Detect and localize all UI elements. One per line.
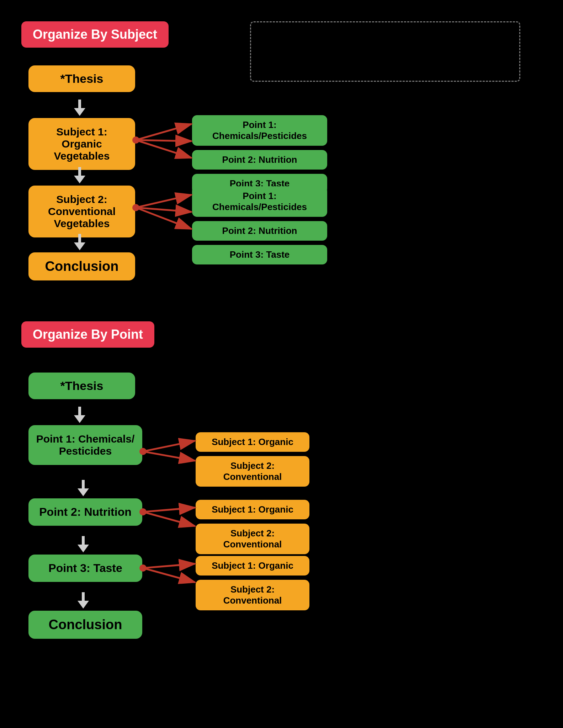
section2-header: Organize By Point — [21, 321, 154, 348]
svg-line-14 — [143, 512, 195, 526]
arrow-down-s2-3 — [78, 534, 89, 555]
group1-points: Point 1: Chemicals/Pesticides Point 2: N… — [192, 115, 327, 193]
svg-line-2 — [136, 140, 191, 141]
arrow-down-3 — [74, 232, 85, 252]
thesis-node-s1: *Thesis — [28, 65, 135, 92]
group2-points: Point 1: Chemicals/Pesticides Point 2: N… — [192, 186, 327, 264]
svg-line-17 — [143, 568, 195, 582]
point2-node: Point 2: Nutrition — [28, 498, 142, 526]
svg-line-5 — [136, 195, 191, 208]
svg-line-6 — [136, 208, 191, 212]
thesis-node-s2: *Thesis — [28, 373, 135, 399]
subject2-node: Subject 2: Conventional Vegetables — [28, 186, 135, 237]
svg-line-10 — [143, 441, 195, 451]
arrow-down-s2-4 — [78, 590, 89, 611]
arrow-down-1 — [74, 97, 85, 118]
arrow-down-s2-1 — [74, 405, 85, 425]
conclusion-node-s1: Conclusion — [28, 252, 135, 280]
group2-subjects: Subject 1: Organic Subject 2: Convention… — [196, 500, 309, 554]
svg-line-13 — [143, 508, 195, 512]
subject1-node: Subject 1: Organic Vegetables — [28, 118, 135, 170]
svg-line-3 — [136, 140, 191, 158]
section1-header: Organize By Subject — [21, 21, 169, 48]
svg-line-11 — [143, 451, 195, 461]
svg-line-7 — [136, 208, 191, 229]
group3-subjects: Subject 1: Organic Subject 2: Convention… — [196, 556, 309, 610]
point3-node: Point 3: Taste — [28, 555, 142, 582]
group1-subjects: Subject 1: Organic Subject 2: Convention… — [196, 432, 309, 487]
point1-node: Point 1: Chemicals/ Pesticides — [28, 425, 142, 465]
arrow-down-2 — [74, 165, 85, 186]
svg-line-1 — [136, 124, 191, 140]
arrow-down-s2-2 — [78, 478, 89, 498]
conclusion-node-s2: Conclusion — [28, 611, 142, 639]
svg-line-16 — [143, 564, 195, 568]
